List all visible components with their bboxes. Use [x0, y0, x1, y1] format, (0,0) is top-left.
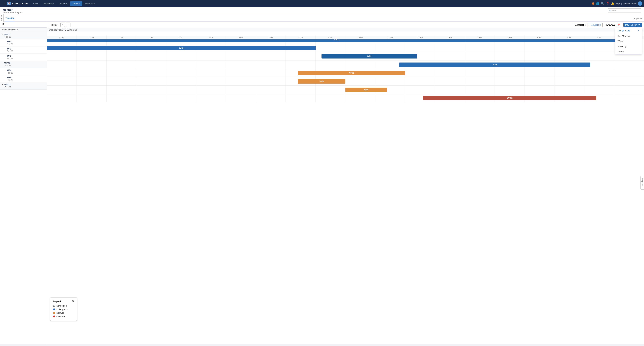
date-picker-button[interactable]: 02/28/2024 📅	[604, 23, 622, 27]
hour-cell: 6 AM	[226, 36, 256, 39]
gantt-bar-wf3[interactable]: WF3	[399, 62, 590, 67]
date-display: 02/28/2024	[606, 23, 616, 26]
view-option-month[interactable]: Month	[615, 49, 642, 54]
legend-close-button[interactable]: ✕	[72, 300, 74, 303]
legend-item-delayed: Delayed	[53, 312, 74, 314]
view-option-day1h[interactable]: Day (1 hour) ✓	[615, 28, 642, 33]
view-dropdown[interactable]: Day (1 hour) ▼ Day (1 hour) ✓ Day (4 hou…	[624, 23, 642, 27]
page-title: Monitor	[3, 8, 22, 11]
status-dot	[592, 2, 594, 5]
view-option-week[interactable]: Week	[615, 39, 642, 44]
help-icon[interactable]: ❓	[606, 2, 609, 5]
task-name-wf2: WF2	[2, 47, 45, 50]
legend-popup: Legend ✕ Scheduled In Progress Delayed O…	[50, 298, 77, 321]
prev-button[interactable]: ‹	[60, 22, 65, 27]
hour-cell: 12 PM	[405, 36, 435, 39]
task-name-wfc1: ▼ WFC1	[2, 33, 45, 36]
inspector-tab-top[interactable]: Inspector	[634, 17, 642, 19]
hour-cell: 5 PM	[554, 36, 584, 39]
filter-input[interactable]	[612, 9, 640, 12]
task-name-wfc3: ► WFC3	[2, 83, 45, 86]
view-option-day4h[interactable]: Day (4 hour)	[615, 33, 642, 39]
user-info[interactable]: system admin	[624, 1, 642, 6]
gantt-bar-wfc2[interactable]: WFC2	[298, 71, 405, 75]
back-button[interactable]: ‹	[2, 1, 7, 6]
logo-icon: 📅	[7, 2, 11, 5]
task-row-wf4: WF4 Feb 28	[0, 68, 47, 75]
expand-icon-wfc3[interactable]: ►	[2, 84, 4, 86]
baseline-icon: ☷	[575, 23, 577, 26]
hour-cell: 2 AM	[106, 36, 136, 39]
baseline-button[interactable]: ☷ Baseline	[573, 23, 588, 27]
scheduled-label: Scheduled	[56, 305, 66, 307]
separator: |	[621, 2, 622, 5]
collapse-all-icon[interactable]: ⇵	[2, 23, 4, 26]
nav-tab-tasks[interactable]: Tasks	[30, 1, 41, 6]
view-label: Day (1 hour)	[625, 23, 637, 26]
hour-cell: 4 PM	[525, 36, 554, 39]
legend-header: Legend ✕	[53, 300, 74, 303]
gantt-row	[47, 77, 644, 86]
task-name-wf5: WF5	[2, 76, 45, 79]
legend-item-inprogress: In Progress	[53, 308, 74, 311]
legend-title: Legend	[53, 300, 61, 303]
hour-cell: 8 AM	[286, 36, 316, 39]
filters-side-tab[interactable]: Filters	[0, 14, 4, 22]
top-nav: ‹ 📅 SCHEDULING Tasks Availability Calend…	[0, 0, 644, 7]
hour-cell: 2 PM	[465, 36, 495, 39]
task-name-wf1: WF1	[2, 40, 45, 43]
hour-cell: 6 PM	[584, 36, 614, 39]
bell-icon[interactable]: 🔔	[611, 2, 614, 5]
legend-item-overdue: Overdue	[53, 315, 74, 318]
filter-icon: ▿	[609, 9, 610, 12]
gantt-bar-wf5[interactable]: WF5	[346, 88, 387, 92]
task-row-wf1: WF1 Feb 28	[0, 39, 47, 46]
inspector-side-tab[interactable]: Inspector	[640, 176, 644, 189]
next-button[interactable]: ›	[66, 22, 70, 27]
overdue-icon	[53, 315, 55, 318]
gantt-bar-wfc3[interactable]: WFC3	[423, 96, 596, 100]
app-logo: 📅 SCHEDULING	[7, 2, 28, 5]
page-subtitle: Monitor Task Progress	[3, 11, 22, 14]
hour-cell: 5 AM	[196, 36, 226, 39]
toolbar-row: ▿ Timeline Filters Inspector	[0, 15, 644, 21]
delayed-label: Delayed	[56, 312, 64, 314]
gantt-bar-wf2[interactable]: WF2	[322, 54, 417, 58]
nav-tab-calendar[interactable]: Calendar	[56, 1, 70, 6]
hour-cell: 1 PM	[435, 36, 465, 39]
gantt-rows-wrap: WFC1WF1WF2WF3WFC2WF4WF5WFC3	[47, 35, 644, 119]
gantt-area: Today ‹ › ☷ Baseline ☷ Legend 02/28/2024…	[47, 21, 644, 344]
nav-tabs: Tasks Availability Calendar Monitor Reso…	[30, 1, 591, 6]
expand-icon-wfc1[interactable]: ▼	[2, 33, 4, 35]
hour-cell: 10 AM	[346, 36, 375, 39]
page-header: Monitor Monitor Task Progress ▿	[0, 7, 644, 15]
app-title: SCHEDULING	[12, 2, 28, 5]
avatar	[638, 1, 642, 6]
lp-header: ⇵	[0, 21, 47, 27]
today-button[interactable]: Today	[49, 23, 59, 27]
hour-cell: 11 AM	[375, 36, 405, 39]
task-row-wf5: WF5 Feb 28	[0, 75, 47, 82]
scheduled-icon	[53, 305, 55, 307]
nav-tab-monitor[interactable]: Monitor	[70, 1, 82, 6]
overdue-label: Overdue	[56, 315, 65, 318]
main-area: ⇵ Name and Dates ▼ WFC1 Feb 28 WF1 Feb 2…	[0, 21, 644, 344]
task-name-wf4: WF4	[2, 69, 45, 72]
nav-tab-resources[interactable]: Resources	[82, 1, 98, 6]
gantt-bar-wf1[interactable]: WF1	[47, 46, 316, 50]
view-option-biweekly[interactable]: Biweekly	[615, 44, 642, 49]
task-row-wf3: WF3 Feb 28	[0, 54, 47, 61]
gantt-bar-wf4[interactable]: WF4	[298, 79, 346, 84]
expand-icon-wfc2[interactable]: ▼	[2, 62, 4, 64]
delayed-icon	[53, 312, 55, 314]
hour-cell: 4 AM	[166, 36, 196, 39]
username-label: system admin	[624, 2, 637, 5]
task-name-wf3: WF3	[2, 55, 45, 57]
hour-cell: 1 AM	[77, 36, 106, 39]
timeline-tab[interactable]: Timeline	[5, 15, 15, 21]
filter-input-wrap[interactable]: ▿	[608, 8, 641, 13]
legend-button[interactable]: ☷ Legend	[589, 23, 602, 27]
globe-icon[interactable]: 🌐	[596, 2, 599, 5]
search-icon[interactable]: 🔍	[601, 2, 604, 5]
nav-tab-availability[interactable]: Availability	[41, 1, 56, 6]
